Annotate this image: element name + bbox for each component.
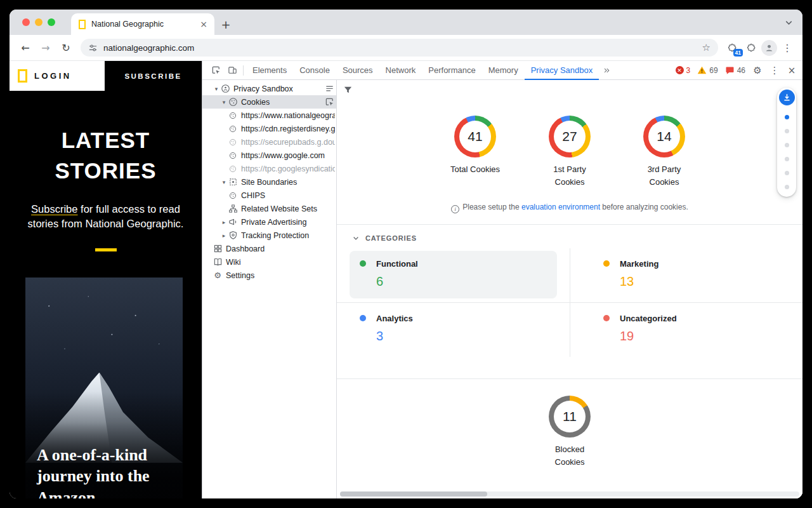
close-window-button[interactable]: [22, 18, 30, 26]
devtools-settings-icon[interactable]: ⚙: [749, 63, 766, 78]
url-text[interactable]: nationalgeographic.com: [103, 43, 697, 53]
scroll-dot[interactable]: [785, 157, 789, 161]
tree-item-related-website-sets[interactable]: Related Website Sets: [202, 202, 336, 215]
scroll-dot[interactable]: [785, 129, 789, 133]
zoom-window-button[interactable]: [48, 18, 55, 26]
caret-down-icon[interactable]: ▾: [220, 179, 228, 185]
devtools-close-icon[interactable]: ×: [783, 63, 800, 78]
profile-avatar[interactable]: [761, 40, 777, 56]
devtools-tab-elements[interactable]: Elements: [246, 61, 293, 80]
subscribe-button[interactable]: SUBSCRIBE: [105, 61, 202, 91]
scroll-dot[interactable]: [785, 171, 789, 175]
devtools-tab-performance[interactable]: Performance: [422, 61, 481, 80]
cookie-icon: [228, 137, 238, 147]
category-color-dot: [603, 260, 610, 267]
window-controls: [22, 18, 55, 26]
hero-caption[interactable]: A one-of-a-kind journey into the Amazon: [37, 444, 176, 498]
scroll-dot[interactable]: [785, 185, 789, 189]
picker-icon[interactable]: [324, 97, 335, 107]
setup-note: iPlease setup the evaluation environment…: [337, 203, 802, 213]
new-tab-button[interactable]: +: [217, 15, 235, 33]
tree-item-tracking-protection[interactable]: ▸ Tracking Protection: [202, 229, 336, 242]
device-toolbar-icon[interactable]: [224, 63, 240, 78]
evaluation-environment-link[interactable]: evaluation environment: [521, 203, 600, 211]
tree-item-chips[interactable]: CHIPS: [202, 189, 336, 202]
category-color-dot: [360, 315, 366, 321]
login-button[interactable]: LOGIN: [34, 71, 72, 81]
tab-close-icon[interactable]: ×: [198, 19, 209, 29]
tree-item-origin[interactable]: https://tpc.googlesyndication.com: [202, 162, 336, 175]
filter-icon[interactable]: [343, 85, 353, 95]
extensions-menu-icon[interactable]: [742, 39, 760, 57]
subscribe-link[interactable]: Subscribe: [31, 203, 77, 215]
dashboard-icon: [213, 244, 223, 254]
caret-right-icon[interactable]: ▸: [220, 219, 228, 225]
tree-item-cookies[interactable]: ▾ Cookies: [202, 95, 336, 109]
tree-item-privacy-sandbox[interactable]: ▾ Privacy Sandbox: [202, 82, 336, 95]
categories-header[interactable]: CATEGORIES: [337, 225, 802, 242]
tree-item-private-advertising[interactable]: ▸ Private Advertising: [202, 215, 336, 229]
tree-item-origin[interactable]: https://www.google.com: [202, 149, 336, 162]
headline-line1: LATEST: [10, 125, 202, 156]
browser-tab[interactable]: National Geographic ×: [71, 13, 214, 35]
bookmark-star-icon[interactable]: ☆: [702, 42, 710, 53]
inspect-element-icon[interactable]: [207, 63, 224, 78]
issues-badge[interactable]: 46: [722, 65, 749, 75]
console-warnings-badge[interactable]: 69: [694, 65, 721, 75]
back-button[interactable]: ←: [16, 38, 35, 57]
blocked-cookies-section: 11 Blocked Cookies: [337, 379, 802, 469]
tab-list-chevron-icon[interactable]: [784, 18, 794, 27]
extension-badge: 41: [733, 49, 743, 57]
tree-menu-icon[interactable]: [324, 84, 335, 94]
blocked-cookies-chart: 11 Blocked Cookies: [540, 396, 599, 469]
more-tabs-icon[interactable]: [599, 67, 614, 74]
advertising-icon: [228, 217, 238, 227]
address-bar[interactable]: nationalgeographic.com ☆: [81, 39, 718, 57]
scroll-dot[interactable]: [785, 115, 789, 119]
devtools-tab-sources[interactable]: Sources: [336, 61, 379, 80]
scrollbar-thumb[interactable]: [340, 491, 487, 497]
info-icon: i: [451, 205, 459, 213]
chevron-down-icon[interactable]: [352, 234, 360, 242]
devtools-tab-network[interactable]: Network: [379, 61, 422, 80]
tree-item-dashboard[interactable]: Dashboard: [202, 242, 336, 255]
tab-strip: National Geographic × +: [10, 10, 802, 35]
category-card-functional[interactable]: Functional 6: [337, 248, 570, 303]
tree-item-origin[interactable]: https://securepubads.g.doubleclick.net: [202, 135, 336, 149]
minimize-window-button[interactable]: [35, 18, 43, 26]
category-card-marketing[interactable]: Marketing 13: [570, 248, 802, 303]
browser-menu-icon[interactable]: ⋮: [778, 39, 796, 57]
categories-grid: Functional 6 Marketing 1: [337, 248, 802, 357]
third-party-cookies-chart: 14 3rd Party Cookies: [635, 116, 693, 189]
console-errors-badge[interactable]: ✕ 3: [672, 66, 694, 75]
devtools-tab-privacy-sandbox[interactable]: Privacy Sandbox: [525, 61, 599, 80]
natgeo-logo[interactable]: [18, 69, 27, 83]
devtools-tab-memory[interactable]: Memory: [482, 61, 525, 80]
download-report-button[interactable]: [779, 90, 795, 105]
natgeo-favicon: [79, 20, 86, 29]
category-card-uncategorized[interactable]: Uncategorized 19: [570, 303, 802, 357]
caret-down-icon[interactable]: ▾: [213, 86, 220, 92]
devtools-tab-console[interactable]: Console: [293, 61, 336, 80]
caret-down-icon[interactable]: ▾: [220, 99, 228, 105]
reload-button[interactable]: ↻: [56, 38, 75, 57]
scroll-dot[interactable]: [785, 143, 789, 147]
tree-item-origin[interactable]: https://cdn.registerdisney.go.com: [202, 122, 336, 135]
donut-chart: 14: [643, 116, 685, 157]
tree-item-wiki[interactable]: Wiki: [202, 255, 336, 269]
privacy-sandbox-tree: ▾ Privacy Sandbox ▾ Cookies https://www.…: [202, 80, 337, 498]
hero-article-card[interactable]: A one-of-a-kind journey into the Amazon: [25, 277, 183, 498]
category-card-analytics[interactable]: Analytics 3: [337, 303, 570, 357]
tree-item-site-boundaries[interactable]: ▾ Site Boundaries: [202, 175, 336, 189]
caret-right-icon[interactable]: ▸: [220, 232, 228, 239]
tree-item-settings[interactable]: ⚙ Settings: [202, 269, 336, 282]
forward-button[interactable]: →: [36, 38, 55, 57]
extension-icon[interactable]: 41: [723, 39, 741, 57]
browser-toolbar: ← → ↻ nationalgeographic.com ☆ 41 ⋮: [10, 35, 802, 61]
site-info-icon[interactable]: [88, 43, 98, 53]
devtools-menu-icon[interactable]: ⋮: [766, 63, 783, 78]
yellow-divider: [95, 248, 117, 251]
horizontal-scrollbar[interactable]: [340, 491, 799, 497]
cookie-icon: [228, 164, 238, 174]
tree-item-origin[interactable]: https://www.nationalgeographic.com: [202, 109, 336, 122]
